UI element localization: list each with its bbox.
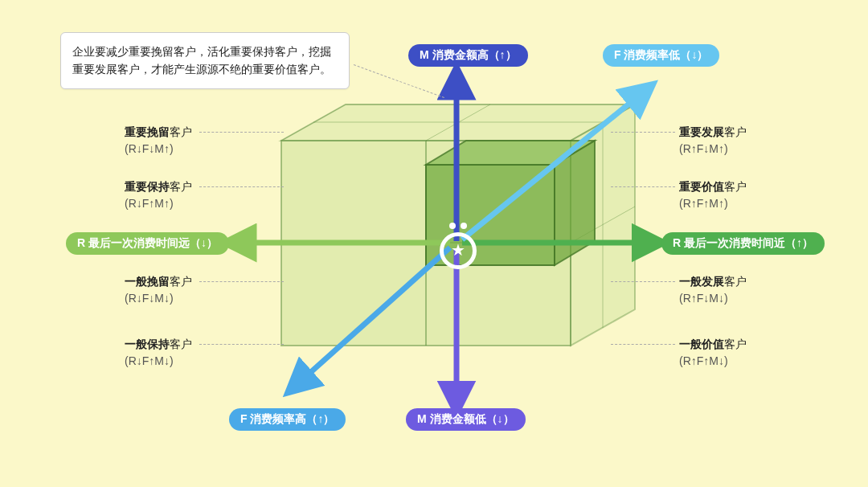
leader-right-0 [611,132,675,133]
axis-pill-r-far: R 最后一次消费时间远（↓） [66,232,229,255]
center-badge-icon: ★ [436,223,480,266]
leader-left-1 [199,186,284,187]
leader-right-1 [611,186,675,187]
segment-right-3: 一般价值客户 (R↑F↑M↓) [679,336,747,370]
axis-pill-f-high: F 消费频率高（↑） [229,408,346,431]
segment-left-3: 一般保持客户 (R↓F↑M↓) [125,336,192,370]
callout-box: 企业要减少重要挽留客户，活化重要保持客户，挖掘重要发展客户，才能产生源源不绝的重… [60,32,350,89]
leader-right-3 [611,344,675,345]
segment-right-1: 重要价值客户 (R↑F↑M↑) [679,178,747,212]
segment-left-2: 一般挽留客户 (R↓F↓M↓) [125,273,192,307]
axis-pill-m-low: M 消费金额低（↓） [406,408,526,431]
segment-left-0: 重要挽留客户 (R↓F↓M↑) [125,124,192,158]
segment-right-0: 重要发展客户 (R↑F↓M↑) [679,124,747,158]
leader-left-0 [199,132,284,133]
axis-pill-m-high: M 消费金额高（↑） [408,44,528,67]
axis-pill-r-near: R 最后一次消费时间近（↑） [661,232,825,255]
svg-line-18 [462,92,643,239]
leader-right-2 [611,281,675,282]
svg-line-19 [297,248,450,384]
axis-pill-f-low: F 消费频率低（↓） [603,44,719,67]
leader-left-2 [199,281,284,282]
segment-right-2: 一般发展客户 (R↑F↓M↓) [679,273,747,307]
leader-left-3 [199,344,284,345]
callout-text: 企业要减少重要挽留客户，活化重要保持客户，挖掘重要发展客户，才能产生源源不绝的重… [72,45,331,76]
segment-left-1: 重要保持客户 (R↓F↑M↑) [125,178,192,212]
